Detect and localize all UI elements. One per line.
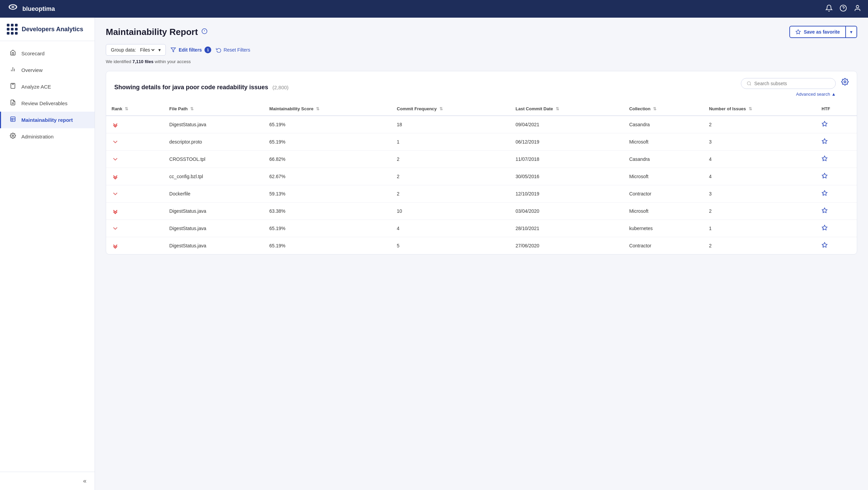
svg-line-23 [750,84,751,86]
commit-sort-icon: ⇅ [439,107,443,111]
save-favorite-button[interactable]: Save as favorite ▾ [789,26,857,38]
col-maintainability-score[interactable]: Maintainability Score ⇅ [264,102,391,116]
table-icon [9,116,17,124]
htf-button[interactable] [822,242,828,249]
dropdown-chevron-icon: ▾ [158,47,161,53]
cell-rank [106,220,164,237]
cell-num-issues: 2 [704,203,816,220]
page-title: Maintainability Report [106,27,198,37]
col-htf: HTF [816,102,857,116]
cell-file-path: DigestStatus.java [164,237,264,255]
sidebar-item-overview[interactable]: Overview [0,62,95,78]
table-header: Rank ⇅ File Path ⇅ Maintainability Score… [106,102,857,116]
sidebar-item-maintainability-report[interactable]: Maintainability report [0,112,95,128]
chevron-up-icon: ▲ [831,92,836,97]
cell-file-path: cc_config.bzl.tpl [164,168,264,185]
col-file-path[interactable]: File Path ⇅ [164,102,264,116]
sidebar-item-administration[interactable]: Administration [0,128,95,145]
group-data-select[interactable]: Group data: Files ▾ [106,44,166,56]
save-favorite-label: Save as favorite [804,29,840,35]
cell-last-commit: 09/04/2021 [510,116,624,133]
table-settings-button[interactable] [841,78,849,87]
col-last-commit-date[interactable]: Last Commit Date ⇅ [510,102,624,116]
cell-htf [816,203,857,220]
cell-last-commit: 30/05/2016 [510,168,624,185]
col-number-of-issues[interactable]: Number of Issues ⇅ [704,102,816,116]
table-row: DigestStatus.java 65.19% 18 09/04/2021 C… [106,116,857,133]
issue-count: (2,800) [273,84,289,90]
col-commit-frequency[interactable]: Commit Frequency ⇅ [391,102,510,116]
score-sort-icon: ⇅ [316,107,319,111]
htf-button[interactable] [822,155,828,163]
htf-button[interactable] [822,121,828,128]
trend-single-down-icon [112,190,119,197]
lastcommit-sort-icon: ⇅ [556,107,559,111]
group-data-dropdown[interactable]: Files [139,47,156,53]
table-card-title: Showing details for java poor code reada… [114,84,268,91]
save-favorite-chevron-button[interactable]: ▾ [845,26,856,37]
cell-file-path: DigestStatus.java [164,116,264,133]
svg-rect-9 [12,83,14,84]
search-subsets-input[interactable] [754,81,830,86]
sidebar-item-review-deliverables[interactable]: Review Deliverables [0,95,95,112]
table-card-title-area: Showing details for java poor code reada… [114,84,289,91]
collapse-sidebar-button[interactable]: « [83,477,86,485]
sidebar-item-administration-label: Administration [21,134,54,139]
main-layout: Developers Analytics Scorecard Overview [0,18,868,490]
table-row: descriptor.proto 65.19% 1 06/12/2019 Mic… [106,133,857,151]
table-row: CROSSTOOL.tpl 66.82% 2 11/07/2018 Casand… [106,151,857,168]
svg-point-2 [12,6,15,8]
cell-commit-freq: 5 [391,237,510,255]
reset-filters-button[interactable]: Reset Filters [216,47,250,53]
advanced-search-label: Advanced search [796,92,830,97]
htf-button[interactable] [822,190,828,197]
col-rank[interactable]: Rank ⇅ [106,102,164,116]
htf-button[interactable] [822,207,828,215]
info-icon[interactable] [201,28,208,36]
col-collection[interactable]: Collection ⇅ [624,102,704,116]
svg-rect-12 [11,117,15,121]
cell-score: 65.19% [264,220,391,237]
reset-filters-label: Reset Filters [223,47,250,53]
identified-count: 7,110 files [133,59,154,64]
cell-collection: Casandra [624,116,704,133]
sidebar-item-scorecard[interactable]: Scorecard [0,45,95,62]
cell-collection: Microsoft [624,168,704,185]
edit-filters-button[interactable]: Edit filters 1 [171,46,211,53]
sidebar-title: Developers Analytics [22,26,83,33]
trend-double-down-icon [112,207,119,215]
cell-commit-freq: 2 [391,168,510,185]
cell-collection: Contractor [624,237,704,255]
cell-htf [816,220,857,237]
maintainability-table: Rank ⇅ File Path ⇅ Maintainability Score… [106,102,857,254]
main-content: Maintainability Report Save as favorite … [95,18,868,490]
grid-icon [7,24,18,35]
user-button[interactable] [854,4,861,14]
htf-button[interactable] [822,225,828,232]
table-body: DigestStatus.java 65.19% 18 09/04/2021 C… [106,116,857,254]
table-row: DigestStatus.java 63.38% 10 03/04/2020 M… [106,203,857,220]
cell-htf [816,168,857,185]
cell-last-commit: 27/06/2020 [510,237,624,255]
logo-text: blueoptima [22,5,55,13]
svg-point-5 [856,5,859,7]
advanced-search-link[interactable]: Advanced search ▲ [796,92,836,97]
trend-double-down-icon [112,242,119,249]
cell-last-commit: 03/04/2020 [510,203,624,220]
notification-button[interactable] [825,4,833,14]
table-row: DigestStatus.java 65.19% 5 27/06/2020 Co… [106,237,857,255]
cell-file-path: Dockerfile [164,185,264,203]
sidebar-item-analyze-ace[interactable]: Analyze ACE [0,78,95,95]
save-favorite-main-button[interactable]: Save as favorite [790,26,845,37]
trend-single-down-icon [112,155,119,163]
cell-file-path: descriptor.proto [164,133,264,151]
sidebar-header: Developers Analytics [0,18,95,41]
table-card: Showing details for java poor code reada… [106,71,857,255]
htf-button[interactable] [822,173,828,180]
cell-file-path: DigestStatus.java [164,203,264,220]
help-button[interactable] [840,4,847,14]
cell-last-commit: 11/07/2018 [510,151,624,168]
topbar-actions [825,4,861,14]
htf-button[interactable] [822,138,828,146]
issues-sort-icon: ⇅ [749,107,752,111]
